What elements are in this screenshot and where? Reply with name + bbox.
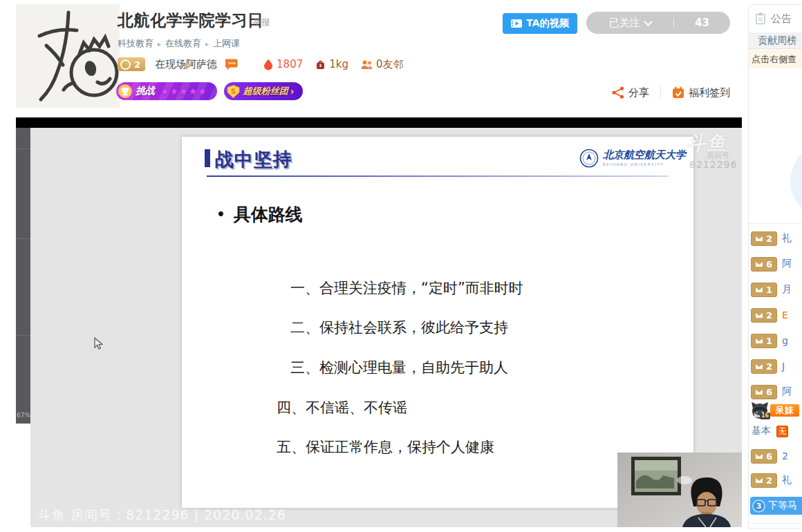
followed-button[interactable]: 已关注 43 (586, 12, 730, 34)
share-button[interactable]: 分享 (628, 86, 649, 99)
streamer-stats-row: 2 在现场阿萨德 1807 1kg 0友邻 (118, 57, 416, 72)
slide-list-item: 五、保证正常作息，保持个人健康 (277, 437, 494, 457)
superfans-shield-icon: S (227, 85, 240, 98)
divider (660, 86, 661, 99)
level-emblem-icon (120, 59, 131, 70)
university-logo-icon (579, 149, 599, 168)
level-16-badge: 16 (760, 412, 770, 419)
fan-level-badge: 6 (751, 257, 777, 272)
chevron-down-icon (644, 17, 653, 26)
screenshare-side-strip (16, 128, 30, 424)
challenge-badge[interactable]: 挑战 ★★★★★ (116, 82, 217, 100)
none-tag: 无 (776, 426, 788, 437)
chat-sidebar: 公告 贡献周榜 点击右侧查 2 礼 6 阿 1 月 2 E 1 g 2 J 6 … (748, 4, 802, 529)
room-number-overlay: 斗鱼 房间号：8212296 | 2020.02.26 (38, 506, 286, 524)
noble-banner[interactable]: 3 下等马 (750, 497, 802, 515)
slide-title-bar (205, 149, 210, 167)
badge-wing-icon (755, 287, 763, 293)
weight-count: 1kg (329, 58, 348, 70)
doodle-avatar-drawing (16, 4, 120, 108)
medal-rank-icon: 3 (752, 500, 765, 513)
slide-title-rule (207, 175, 669, 177)
chat-message-with-avatar: 16 呆妹 (751, 401, 799, 419)
badge-wing-icon (755, 338, 763, 344)
slide-list-item: 四、不信谣、不传谣 (277, 398, 407, 417)
slide-title: 战中坚持 (215, 147, 292, 172)
streamer-level-badge: 2 (118, 57, 145, 71)
chat-message: 2 礼 (751, 231, 792, 245)
chat-message: 2 E (751, 308, 788, 322)
presentation-slide: 战中坚持 北京航空航天大学 BEIHANG UNIVERSITY 具体路线 一、… (182, 137, 693, 508)
trophy-icon (118, 84, 132, 98)
player-top-bar (16, 117, 742, 128)
university-logo-block: 北京航空航天大学 BEIHANG UNIVERSITY (579, 149, 686, 168)
chat-message: 6 2 (751, 449, 788, 463)
chat-message: 2 J (751, 359, 785, 373)
breadcrumb-item[interactable]: 科技教育 (118, 37, 153, 50)
streamer-name[interactable]: 在现场阿萨德 (155, 58, 217, 71)
share-checkin-row: 分享 福利签到 (581, 84, 730, 101)
svg-text:S: S (230, 87, 236, 95)
chat-message: 2 礼 (751, 473, 792, 487)
chat-message: 6 阿 (751, 385, 792, 399)
breadcrumb-separator-icon (205, 40, 209, 48)
slide-list-item: 三、检测心理电量，自助先于助人 (277, 358, 508, 377)
badge-wing-icon (755, 453, 763, 459)
share-icon (612, 86, 624, 99)
chat-message: 6 阿 (751, 257, 792, 271)
streamer-badges-row: 挑战 ★★★★★ S 超级粉丝团 › (116, 82, 303, 100)
fan-level-badge: 2 (751, 231, 777, 246)
divider (749, 223, 802, 224)
slide-bullet-heading: 具体路线 (216, 203, 303, 226)
breadcrumb-item[interactable]: 在线教育 (165, 37, 201, 50)
fan-club-ribbon: 呆妹 (770, 404, 799, 417)
tab-contribution-weekly[interactable]: 贡献周榜 (749, 32, 802, 49)
webcam-scene (617, 453, 742, 527)
university-name-en: BEIHANG UNIVERSITY (603, 162, 686, 167)
divider (749, 523, 802, 524)
hot-count: 1807 (277, 58, 303, 70)
zoom-level-indicator: 67% (17, 412, 30, 419)
follower-count: 43 (674, 17, 730, 29)
streamer-avatar[interactable] (16, 4, 120, 108)
fan-level-badge: 2 (751, 308, 777, 323)
checkin-button[interactable]: 福利签到 (689, 86, 730, 99)
breadcrumb-item[interactable]: 上网课 (213, 37, 240, 50)
badge-wing-icon (755, 363, 763, 370)
university-name: 北京航空航天大学 (603, 149, 686, 162)
badge-wing-icon (755, 312, 763, 319)
chat-message: 1 月 (751, 283, 792, 296)
fan-level-badge: 1 (751, 334, 777, 348)
breadcrumb-separator-icon (158, 40, 161, 48)
fan-level-badge: 1 (751, 283, 777, 297)
fan-level-badge: 2 (751, 473, 777, 488)
webcam-feed (617, 453, 742, 527)
slide-list-item: 二、保持社会联系，彼此给予支持 (277, 318, 508, 337)
badge-wing-icon (755, 389, 763, 395)
badge-wing-icon (755, 261, 763, 267)
friends-count: 0友邻 (376, 58, 404, 71)
fan-level-badge: 2 (751, 359, 777, 374)
chevron-right-icon: › (290, 86, 295, 97)
douyu-watermark-room-number: 8212296 (689, 159, 737, 170)
report-link[interactable]: 举报 (253, 17, 270, 28)
weight-icon (315, 59, 326, 70)
badge-wing-icon (755, 236, 763, 242)
fan-level-badge: 6 (751, 449, 777, 464)
chat-message: 基本 无 (752, 425, 788, 437)
empty-state-watermark (790, 143, 802, 219)
slide-list-item: 一、合理关注疫情，“定时”而非时时 (277, 278, 523, 298)
chat-bubble-icon[interactable] (225, 59, 239, 70)
streamer-videos-button[interactable]: TA的视频 (503, 13, 577, 34)
page-title: 北航化学学院学习日 (118, 10, 264, 31)
superfans-badge[interactable]: S 超级粉丝团 › (224, 82, 303, 100)
film-icon (511, 19, 522, 28)
announcement-header[interactable]: 公告 (749, 5, 802, 32)
badge-wing-icon (755, 477, 763, 484)
fan-level-badge: 6 (751, 385, 777, 399)
announcement-clipboard-icon (754, 12, 767, 25)
breadcrumb: 科技教育 在线教育 上网课 (118, 37, 244, 50)
user-avatar[interactable]: 16 (751, 401, 769, 419)
challenge-stars: ★★★★★ (160, 86, 207, 97)
mouse-cursor-icon (94, 337, 103, 353)
